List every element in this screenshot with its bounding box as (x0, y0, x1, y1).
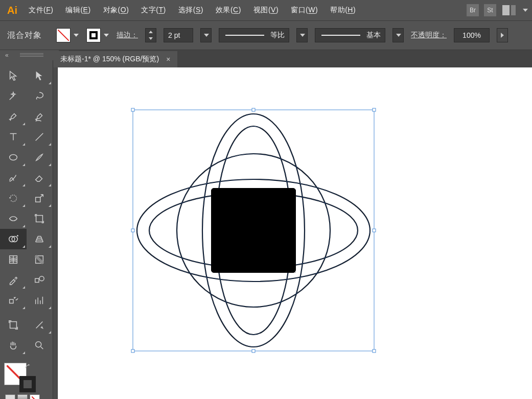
hand-tool[interactable] (0, 335, 27, 356)
magic-wand-tool[interactable] (0, 86, 27, 106)
lasso-tool[interactable] (27, 86, 53, 106)
shape-builder-tool[interactable] (0, 229, 27, 249)
document-tab[interactable]: 未标题-1* @ 150% (RGB/预览) × (53, 51, 177, 67)
svg-rect-2 (36, 216, 43, 222)
scale-tool[interactable] (27, 188, 53, 208)
controlbar-overflow-button[interactable] (497, 28, 508, 42)
mesh-tool[interactable] (0, 249, 27, 270)
svg-rect-10 (10, 322, 16, 328)
fill-swatch-dropdown[interactable] (72, 28, 79, 42)
menu-type-label: 文字 (141, 6, 156, 14)
menu-view[interactable]: 视图(V) (253, 6, 279, 15)
fill-swatch[interactable] (56, 28, 71, 42)
swap-fill-stroke-icon[interactable] (25, 364, 32, 371)
chevron-down-icon (204, 34, 209, 37)
draw-inside-button[interactable] (30, 394, 40, 399)
pen-tool[interactable] (0, 106, 27, 127)
document-tab-strip: 未标题-1* @ 150% (RGB/预览) × (53, 50, 532, 67)
stroke-weight-value[interactable]: 2 pt (164, 28, 193, 42)
menu-help-label: 帮助 (330, 6, 345, 14)
paintbrush-tool[interactable] (27, 147, 53, 168)
brush-dropdown[interactable] (392, 28, 404, 42)
bridge-button[interactable]: Br (467, 4, 479, 16)
svg-rect-1 (36, 197, 40, 202)
menu-object[interactable]: 对象(O) (103, 6, 129, 15)
canvas[interactable] (53, 67, 532, 399)
gradient-tool[interactable] (27, 249, 53, 270)
zoom-tool[interactable] (27, 335, 53, 356)
toolbox (0, 50, 53, 399)
panel-collapse-strip[interactable]: « (0, 50, 59, 60)
selection-type-label: 混合对象 (7, 30, 42, 41)
menu-right-cluster: Br St (467, 4, 528, 16)
slice-tool[interactable] (27, 315, 53, 335)
menu-select-label: 选择 (178, 6, 193, 14)
selection-tool[interactable] (0, 65, 27, 86)
stroke-swatch-group (86, 28, 109, 42)
chevron-down-icon (396, 34, 401, 37)
stroke-weight-label[interactable]: 描边： (117, 31, 138, 40)
menu-help[interactable]: 帮助(H) (330, 6, 356, 15)
control-bar: 混合对象 描边： 2 pt 等比 基本 不透明度： 100% (0, 20, 532, 50)
stroke-swatch[interactable] (86, 28, 101, 42)
blend-tool[interactable] (27, 270, 53, 290)
opacity-value[interactable]: 100% (454, 28, 490, 42)
rotate-tool[interactable] (0, 188, 27, 208)
document-tab-close-button[interactable]: × (166, 55, 170, 63)
ellipse-tool[interactable] (0, 147, 27, 168)
menu-edit-label: 编辑 (65, 6, 80, 14)
menu-edit[interactable]: 编辑(E) (65, 6, 90, 15)
chevron-down-icon (74, 34, 79, 37)
menu-object-label: 对象 (103, 6, 118, 14)
stroke-weight-dropdown[interactable] (200, 28, 212, 42)
menu-view-label: 视图 (253, 6, 268, 14)
free-transform-tool[interactable] (27, 208, 53, 229)
eraser-tool[interactable] (27, 168, 53, 188)
stroke-profile-select[interactable]: 等比 (219, 28, 289, 42)
opacity-label[interactable]: 不透明度： (411, 31, 447, 40)
menu-effect-label: 效果 (216, 6, 230, 14)
svg-point-8 (39, 276, 44, 281)
stroke-weight-spinner[interactable] (145, 28, 156, 42)
workspace: « (0, 50, 532, 399)
fill-swatch-group (56, 28, 79, 42)
app-logo: Ai (7, 5, 17, 16)
stroke-swatch-dropdown[interactable] (102, 28, 109, 42)
brush-definition-select[interactable]: 基本 (315, 28, 385, 42)
chevron-down-icon (104, 34, 109, 37)
workspace-switcher[interactable] (501, 4, 517, 16)
menu-type[interactable]: 文字(T) (141, 6, 166, 15)
draw-behind-button[interactable] (17, 394, 28, 399)
stroke-profile-label: 等比 (270, 31, 285, 40)
shaper-tool[interactable] (0, 168, 27, 188)
stroke-profile-dropdown[interactable] (296, 28, 308, 42)
line-segment-tool[interactable] (27, 127, 53, 147)
menu-effect[interactable]: 效果(C) (216, 6, 241, 15)
menu-bar: Ai 文件(F) 编辑(E) 对象(O) 文字(T) 选择(S) 效果(C) 视… (0, 0, 532, 20)
fill-stroke-indicator[interactable] (4, 363, 35, 391)
menu-window[interactable]: 窗口(W) (291, 6, 318, 15)
eyedropper-tool[interactable] (0, 270, 27, 290)
artboard-tool[interactable] (0, 315, 27, 335)
symbol-sprayer-tool[interactable] (0, 290, 27, 311)
column-graph-tool[interactable] (27, 290, 53, 311)
menu-file-label: 文件 (29, 6, 43, 14)
draw-normal-button[interactable] (5, 394, 15, 399)
width-tool[interactable] (0, 208, 27, 229)
perspective-grid-tool[interactable] (27, 229, 53, 249)
svg-point-0 (9, 155, 17, 160)
stroke-indicator[interactable] (19, 376, 36, 392)
workspace-dropdown-icon (523, 9, 528, 12)
menu-select[interactable]: 选择(S) (178, 6, 203, 15)
menu-window-label: 窗口 (291, 6, 306, 14)
curvature-tool[interactable] (27, 106, 53, 127)
direct-selection-tool[interactable] (27, 65, 53, 86)
type-tool[interactable] (0, 127, 27, 147)
stock-button[interactable]: St (484, 4, 496, 16)
svg-rect-9 (9, 299, 13, 303)
brush-label: 基本 (366, 31, 381, 40)
brush-line-icon (321, 35, 360, 36)
menu-file[interactable]: 文件(F) (29, 6, 53, 15)
document-area: 未标题-1* @ 150% (RGB/预览) × (53, 50, 532, 399)
tool-grid (0, 65, 53, 311)
